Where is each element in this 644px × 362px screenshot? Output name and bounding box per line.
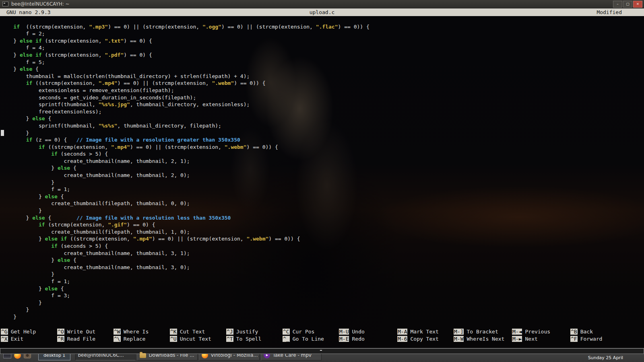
code-segment: ".mp4" — [133, 236, 152, 242]
code-segment: else — [45, 236, 58, 242]
code-segment: // Image file with a resolution less tha… — [76, 215, 231, 221]
shortcut-mark-text: M-AMark Text — [397, 329, 454, 335]
code-line: } — [1, 179, 644, 186]
code-line: if ((strcmp(extension, ".mp4") == 0) || … — [1, 144, 644, 151]
code-segment: "%s%s" — [99, 123, 118, 129]
code-segment: else — [58, 257, 70, 263]
code-line: create_thumbnail(filepath, thumbnail, 0,… — [1, 200, 644, 207]
code-line: if (z == 0) { // Image file with a resol… — [1, 136, 644, 144]
code-line: create_thumbnail(filepath, thumbnail, 1,… — [1, 228, 644, 236]
code-line: if ((strcmp(extension, ".mp3") == 0) || … — [1, 23, 644, 31]
shortcut-key: M-► — [512, 336, 522, 342]
shortcut-key: ^T — [226, 336, 233, 342]
code-segment: ".webm" — [247, 236, 269, 242]
code-segment: ".mp4" — [111, 144, 130, 150]
shortcut-label: To Spell — [236, 336, 262, 342]
shortcut-key: ^_ — [283, 336, 290, 342]
shortcut-cur-pos: ^CCur Pos — [283, 329, 339, 335]
shortcut-key: M-◄ — [512, 329, 522, 335]
editor-area[interactable]: if ((strcmp(extension, ".mp3") == 0) || … — [1, 23, 644, 321]
code-segment: else — [58, 165, 70, 171]
code-segment: ".gif" — [108, 222, 127, 228]
shortcut-previous: M-◄Previous — [512, 329, 570, 335]
shortcut-key: ^G — [1, 329, 8, 335]
code-segment: "%s%s.jpg" — [99, 101, 130, 107]
terminal-icon — [75, 350, 136, 354]
shortcut-write-out: ^OWrite Out — [57, 329, 114, 335]
code-line: sprintf(thumbnail, "%s%s", thumbnail_dir… — [1, 122, 644, 130]
code-segment: ".webm" — [225, 144, 247, 150]
shortcut-label: Back — [580, 329, 593, 335]
shortcut-key: ^X — [1, 336, 8, 342]
minimize-button[interactable]: – — [613, 1, 622, 8]
nano-header: GNU nano 2.9.3 upload.c Modified — [0, 8, 644, 16]
shortcut-whereis-next: M-WWhereIs Next — [454, 336, 512, 342]
terminal-icon — [2, 2, 8, 6]
shortcut-key: M-W — [454, 336, 464, 342]
maximize-button[interactable]: ▢ — [623, 1, 632, 8]
taskbar-button-terminal[interactable]: bee@IntelNUC6C... — [75, 350, 136, 360]
shortcut-label: Get Help — [11, 329, 36, 335]
shortcut-key: M-U — [339, 329, 349, 335]
nano-modified-badge: Modified — [597, 8, 622, 16]
code-segment: else — [45, 193, 58, 200]
code-segment: ".webm" — [212, 80, 234, 86]
shortcut-uncut-text: ^UUncut Text — [170, 336, 226, 342]
shortcut-cut-text: ^KCut Text — [170, 329, 226, 335]
nano-shortcut-bar: ^GGet Help^OWrite Out^WWhere Is^KCut Tex… — [1, 328, 644, 342]
code-segment: else — [20, 66, 32, 72]
code-line: } — [1, 299, 644, 306]
code-line: } else { — [1, 257, 644, 264]
shortcut-key: ^U — [170, 336, 177, 342]
shortcut-label: Write Out — [67, 329, 95, 335]
close-button[interactable]: ✕ — [633, 1, 642, 8]
code-segment: ".mp3" — [89, 24, 108, 30]
shortcut-label: Replace — [124, 336, 146, 342]
shortcut-label: Cur Pos — [293, 329, 315, 335]
shortcut-key: M-] — [454, 329, 464, 335]
shortcut-label: Cut Text — [180, 329, 205, 335]
code-segment: if — [51, 243, 58, 249]
shortcut-key: M-E — [339, 336, 349, 342]
code-segment: else — [32, 215, 45, 221]
shortcut-label: Copy Text — [410, 336, 438, 342]
code-segment: if — [13, 24, 20, 30]
shortcut-label: Previous — [525, 329, 550, 335]
shortcut-key: ^O — [57, 329, 64, 335]
code-segment: ".pdf" — [105, 52, 124, 58]
code-line: } — [1, 306, 644, 313]
code-line: } — [1, 313, 644, 321]
shortcut-exit: ^XExit — [1, 336, 57, 342]
shortcut-key: ^J — [226, 329, 233, 335]
code-segment: // Image file with a resolution greater … — [76, 137, 240, 143]
shortcut-back: ^BBack — [570, 329, 627, 335]
code-line: } — [1, 130, 644, 137]
code-segment: if — [35, 38, 42, 44]
shortcut-key: M-6 — [397, 336, 407, 342]
shortcut-label: Forward — [580, 336, 603, 342]
shortcut-redo: M-ERedo — [339, 336, 397, 342]
code-line: f = 1; — [1, 186, 644, 193]
code-line: sprintf(thumbnail, "%s%s.jpg", thumbnail… — [1, 101, 644, 108]
clock-date: Sunday 25 April — [588, 355, 623, 360]
code-line: free(extensionless); — [1, 108, 644, 115]
shortcut-label: WhereIs Next — [466, 336, 504, 342]
shortcut-label: Next — [525, 336, 537, 342]
shortcut-copy-text: M-6Copy Text — [397, 336, 454, 342]
code-segment: ".mp4" — [99, 80, 118, 86]
shortcut-next: M-►Next — [512, 336, 570, 342]
code-line: if (seconds > 5) { — [1, 243, 644, 250]
terminal-titlebar[interactable]: bee@IntelNUC6CAYH: ~ – ▢ ✕ — [0, 0, 644, 8]
code-line: create_thumbnail(name, thumbnail, 3, 1); — [1, 250, 644, 257]
shortcut-label: To Bracket — [466, 329, 498, 335]
code-line: } else { — [1, 115, 644, 122]
code-segment: else — [32, 115, 45, 121]
nano-filename: upload.c — [0, 8, 644, 16]
shortcut-key: M-A — [397, 329, 407, 335]
shortcut-justify: ^JJustify — [226, 329, 283, 335]
code-line: f = 3; — [1, 292, 644, 299]
shortcut-label: Mark Text — [410, 329, 438, 335]
shortcut-key: ^B — [570, 329, 578, 335]
code-line: create_thumbnail(name, thumbnail, 2, 1); — [1, 158, 644, 165]
shortcut-go-to-line: ^_Go To Line — [283, 336, 339, 342]
